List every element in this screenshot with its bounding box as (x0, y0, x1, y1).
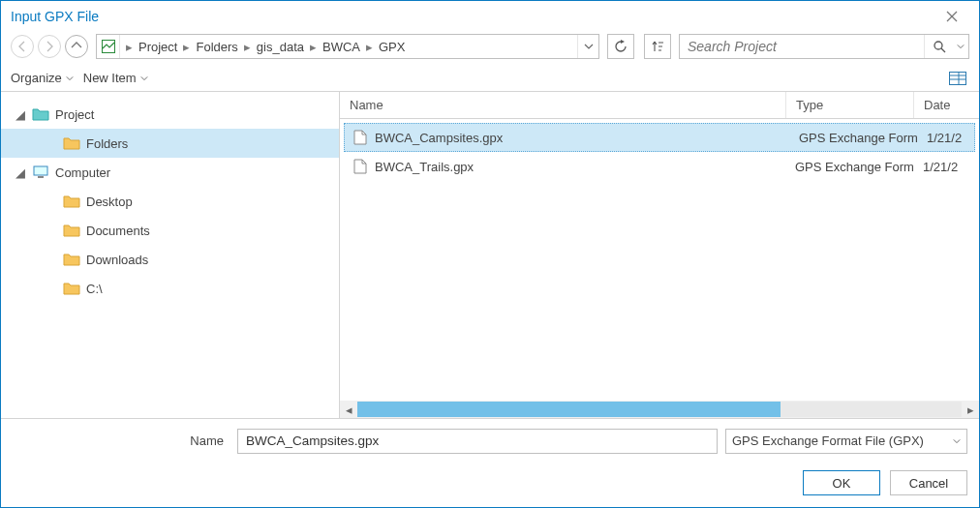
chevron-down-icon (66, 75, 74, 82)
up-button[interactable] (65, 35, 88, 58)
computer-icon (32, 165, 49, 179)
scroll-left-icon[interactable]: ◂ (340, 401, 357, 418)
address-dropdown[interactable] (577, 35, 598, 58)
breadcrumb: ▸ Project ▸ Folders ▸ gis_data ▸ BWCA ▸ … (120, 35, 577, 58)
sidebar: ◢ Project Folders ◢ Computer (1, 92, 340, 418)
ok-label: OK (833, 476, 851, 491)
chevron-down-icon (957, 43, 965, 50)
toolbar: Organize New Item (1, 65, 979, 92)
ok-button[interactable]: OK (803, 470, 880, 495)
chevron-right-icon[interactable]: ▸ (181, 40, 192, 54)
cancel-label: Cancel (909, 476, 948, 491)
name-label: Name (13, 433, 230, 448)
title-bar: Input GPX File (1, 1, 979, 32)
chevron-right-icon[interactable]: ▸ (308, 40, 319, 54)
folder-icon (63, 224, 80, 237)
chevron-right-icon[interactable]: ▸ (364, 40, 375, 54)
new-item-menu[interactable]: New Item (83, 71, 148, 85)
svg-line-7 (941, 48, 945, 52)
tree-label: Project (55, 107, 104, 122)
tree-label: Folders (86, 136, 138, 151)
search-box[interactable] (679, 34, 969, 59)
close-icon (946, 11, 958, 22)
horizontal-scrollbar[interactable]: ◂ ▸ (340, 401, 979, 418)
buttons-row: OK Cancel (1, 463, 979, 507)
scroll-track[interactable] (357, 402, 962, 417)
tree-item-computer[interactable]: ◢ Computer (1, 158, 339, 187)
file-date: 1/21/2 (913, 160, 979, 174)
caret-down-icon[interactable]: ◢ (15, 165, 26, 180)
search-button[interactable] (924, 35, 953, 58)
file-rows: BWCA_Campsites.gpx GPS Exchange Form 1/2… (340, 119, 979, 401)
cancel-button[interactable]: Cancel (890, 470, 967, 495)
breadcrumb-segment[interactable]: Project (135, 35, 181, 58)
organize-label: Organize (11, 71, 62, 85)
folder-icon (63, 282, 80, 295)
tree-label: C:\ (86, 282, 112, 296)
scroll-thumb[interactable] (357, 402, 781, 417)
address-bar[interactable]: ▸ Project ▸ Folders ▸ gis_data ▸ BWCA ▸ … (96, 34, 599, 59)
tree-item-folders[interactable]: Folders (1, 129, 339, 158)
column-date[interactable]: Date (913, 92, 979, 118)
name-input[interactable] (237, 429, 718, 454)
refresh-icon (614, 40, 628, 53)
navigation-row: ▸ Project ▸ Folders ▸ gis_data ▸ BWCA ▸ … (1, 32, 979, 65)
arrow-left-icon (16, 41, 28, 52)
search-icon (933, 40, 946, 53)
arrow-right-icon (44, 41, 55, 52)
caret-down-icon[interactable]: ◢ (15, 107, 26, 122)
file-name: BWCA_Trails.gpx (375, 160, 474, 174)
view-mode-button[interactable] (946, 69, 969, 88)
file-listing: Name Type Date BWCA_Campsites.gpx GPS Ex… (340, 92, 979, 418)
project-folder-icon (32, 107, 49, 121)
file-type-filter[interactable]: GPS Exchange Format File (GPX) (725, 429, 967, 454)
arrow-up-icon (71, 41, 82, 52)
sort-button[interactable] (644, 34, 671, 59)
tree-item-project[interactable]: ◢ Project (1, 100, 339, 129)
scroll-right-icon[interactable]: ▸ (962, 401, 979, 418)
chevron-right-icon[interactable]: ▸ (242, 40, 253, 54)
details-view-icon (949, 72, 966, 85)
breadcrumb-segment[interactable]: GPX (375, 35, 409, 58)
new-item-label: New Item (83, 71, 137, 85)
search-dropdown[interactable] (953, 35, 968, 58)
close-button[interactable] (933, 3, 971, 30)
file-date: 1/21/2 (917, 131, 975, 145)
file-row[interactable]: BWCA_Campsites.gpx GPS Exchange Form 1/2… (344, 123, 975, 152)
organize-menu[interactable]: Organize (11, 71, 74, 85)
folder-icon (63, 253, 80, 266)
breadcrumb-segment[interactable]: BWCA (319, 35, 364, 58)
chevron-down-icon (584, 42, 594, 51)
column-type[interactable]: Type (785, 92, 913, 118)
filter-label: GPS Exchange Format File (GPX) (732, 433, 953, 448)
home-icon[interactable] (97, 35, 120, 58)
chevron-right-icon[interactable]: ▸ (124, 40, 135, 54)
tree-label: Desktop (86, 194, 142, 209)
breadcrumb-segment[interactable]: Folders (192, 35, 241, 58)
svg-rect-12 (34, 166, 47, 175)
tree-item-documents[interactable]: Documents (1, 216, 339, 245)
breadcrumb-segment[interactable]: gis_data (253, 35, 308, 58)
file-type: GPS Exchange Form (785, 160, 913, 174)
tree-label: Downloads (86, 253, 158, 267)
sort-icon (651, 40, 664, 53)
file-row[interactable]: BWCA_Trails.gpx GPS Exchange Form 1/21/2 (340, 152, 979, 181)
tree-label: Computer (55, 165, 120, 180)
chevron-down-icon (140, 75, 148, 82)
svg-rect-8 (950, 72, 966, 84)
svg-rect-13 (38, 176, 44, 178)
map-home-icon (101, 39, 116, 54)
svg-point-6 (934, 42, 942, 49)
tree-item-desktop[interactable]: Desktop (1, 187, 339, 216)
column-name[interactable]: Name (340, 92, 785, 118)
refresh-button[interactable] (607, 34, 634, 59)
back-button[interactable] (11, 35, 34, 58)
tree-item-cdrive[interactable]: C:\ (1, 274, 339, 303)
main-area: ◢ Project Folders ◢ Computer (1, 92, 979, 418)
file-type: GPS Exchange Form (789, 131, 917, 145)
folder-icon (63, 194, 80, 208)
search-input[interactable] (680, 39, 924, 54)
forward-button[interactable] (38, 35, 61, 58)
tree-item-downloads[interactable]: Downloads (1, 245, 339, 274)
file-name: BWCA_Campsites.gpx (375, 131, 503, 145)
